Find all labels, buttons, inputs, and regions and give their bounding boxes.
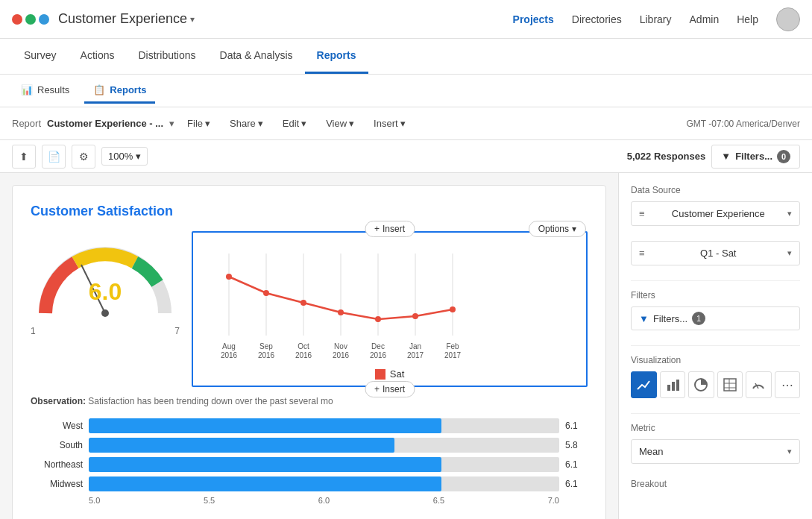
viz-pie-chart[interactable] [688, 371, 714, 398]
dot-red [12, 14, 22, 25]
share-menu[interactable]: Share ▾ [223, 114, 270, 133]
insert-label: Insert [383, 224, 405, 234]
question-value: Q1 - Sat [700, 248, 736, 259]
zoom-selector[interactable]: 100% ▾ [101, 147, 148, 166]
filters-label: Filters [631, 290, 800, 301]
viz-bar-chart[interactable] [660, 371, 686, 398]
viz-more[interactable]: ⋯ [775, 371, 801, 398]
view-menu[interactable]: View ▾ [319, 114, 361, 133]
settings-button[interactable]: ⚙ [72, 145, 95, 169]
edit-menu[interactable]: Edit ▾ [276, 114, 313, 133]
filter-icon: ▼ [721, 151, 731, 162]
sub-tab-bar: 📊 Results 📋 Reports [0, 75, 812, 107]
svg-rect-31 [667, 385, 670, 391]
bar-row-midwest: Midwest 6.1 [31, 476, 588, 491]
metric-chevron: ▾ [787, 447, 792, 456]
app-chevron[interactable]: ▾ [190, 14, 195, 25]
zoom-value: 100% [108, 151, 133, 162]
report-dropdown-icon[interactable]: ▾ [169, 118, 174, 129]
chart-area: + Insert Options ▾ [192, 231, 588, 387]
svg-text:Dec: Dec [371, 342, 385, 350]
sub-tab-reports[interactable]: 📋 Reports [84, 78, 155, 104]
report-toolbar: Report Customer Experience - ... ▾ File … [0, 107, 812, 140]
bar-chart: West 6.1 South 5.8 Northeast [31, 418, 588, 505]
tab-reports[interactable]: Reports [305, 39, 368, 74]
data-source-icon: ≡ [639, 208, 645, 219]
filter-count: 0 [777, 150, 790, 163]
filter-button[interactable]: ▼ Filters... 0 [711, 145, 800, 169]
nav-directories[interactable]: Directories [572, 13, 622, 25]
viz-table[interactable] [717, 371, 743, 398]
metric-section: Metric Mean ▾ [631, 423, 800, 464]
observation-label: Observation: [31, 396, 86, 406]
dot-blue [39, 14, 49, 25]
bar-axis: 5.0 5.5 6.0 6.5 7.0 [89, 496, 588, 505]
line-chart-svg: Aug 2016 Sep 2016 Oct 2016 Nov 2016 Dec … [199, 246, 468, 365]
sub-tab-results[interactable]: 📊 Results [12, 78, 78, 104]
tab-actions[interactable]: Actions [69, 39, 127, 74]
tab-survey[interactable]: Survey [12, 39, 69, 74]
app-logo [12, 14, 49, 25]
avatar[interactable] [776, 7, 800, 31]
data-source-chevron: ▾ [787, 209, 792, 218]
nav-help[interactable]: Help [737, 13, 758, 25]
gauge-labels: 1 7 [31, 326, 180, 336]
chart-options[interactable]: Options ▾ [529, 221, 586, 237]
data-source-section: Data Source ≡ Customer Experience ▾ [631, 185, 800, 226]
top-nav-links: Projects Directories Library Admin Help [513, 7, 800, 31]
timezone-label: GMT -07:00 America/Denver [686, 119, 800, 129]
observation: Observation: Satisfaction has been trend… [31, 396, 588, 406]
legend-label: Sat [390, 368, 405, 380]
nav-projects[interactable]: Projects [513, 13, 554, 25]
bar-row-south: South 5.8 [31, 438, 588, 453]
tab-data-analysis[interactable]: Data & Analysis [208, 39, 305, 74]
svg-text:6.0: 6.0 [89, 278, 122, 305]
nav-admin[interactable]: Admin [690, 13, 720, 25]
gauge-icon [751, 377, 766, 392]
share-button[interactable]: ⬆ [12, 145, 36, 169]
viz-line-chart[interactable] [631, 371, 657, 398]
gauge-chart: 6.0 1 7 [31, 231, 180, 321]
metric-label: Metric [631, 423, 800, 433]
bar-track-south [89, 438, 559, 453]
tab-distributions[interactable]: Distributions [127, 39, 208, 74]
filter-label: Filters... [735, 151, 772, 162]
bar-label-midwest: Midwest [31, 479, 83, 489]
app-title: Customer Experience [58, 11, 187, 27]
bar-track-midwest [89, 476, 559, 491]
data-source-select[interactable]: ≡ Customer Experience ▾ [631, 201, 800, 226]
nav-library[interactable]: Library [640, 13, 672, 25]
file-menu[interactable]: File ▾ [180, 114, 217, 133]
svg-text:2016: 2016 [295, 351, 312, 359]
svg-text:2016: 2016 [258, 351, 275, 359]
report-card: Customer Satisfaction [12, 185, 606, 519]
bar-value-west: 6.1 [565, 421, 588, 431]
zoom-chevron: ▾ [136, 151, 141, 162]
svg-text:Aug: Aug [222, 342, 236, 350]
svg-text:Sep: Sep [259, 342, 273, 350]
observation-text: Satisfaction has been trending down over… [88, 396, 333, 406]
question-select[interactable]: ≡ Q1 - Sat ▾ [631, 241, 800, 265]
pdf-button[interactable]: 📄 [42, 145, 66, 169]
bar-track-west [89, 418, 559, 433]
filter-btn-label: Filters... [653, 313, 687, 324]
table-icon [723, 377, 737, 392]
bar-value-south: 5.8 [565, 440, 588, 450]
question-section: ≡ Q1 - Sat ▾ [631, 241, 800, 265]
content-area: Customer Satisfaction [0, 173, 618, 519]
chart-insert-bottom[interactable]: + Insert [365, 381, 415, 397]
line-chart-icon [636, 377, 651, 392]
svg-text:Oct: Oct [298, 342, 309, 350]
filters-select[interactable]: ▼ Filters... 1 [631, 306, 800, 330]
sidebar-divider-2 [631, 345, 800, 346]
svg-point-15 [412, 313, 418, 319]
report-label: Report [12, 118, 41, 129]
viz-gauge[interactable] [746, 371, 772, 398]
question-icon: ≡ [639, 248, 645, 259]
metric-select[interactable]: Mean ▾ [631, 439, 800, 464]
bar-row-northeast: Northeast 6.1 [31, 457, 588, 472]
bar-value-midwest: 6.1 [565, 479, 588, 489]
chart-insert-top[interactable]: + Insert [365, 221, 415, 237]
insert-menu[interactable]: Insert ▾ [367, 114, 412, 133]
insert-bottom-label: Insert [383, 384, 405, 394]
